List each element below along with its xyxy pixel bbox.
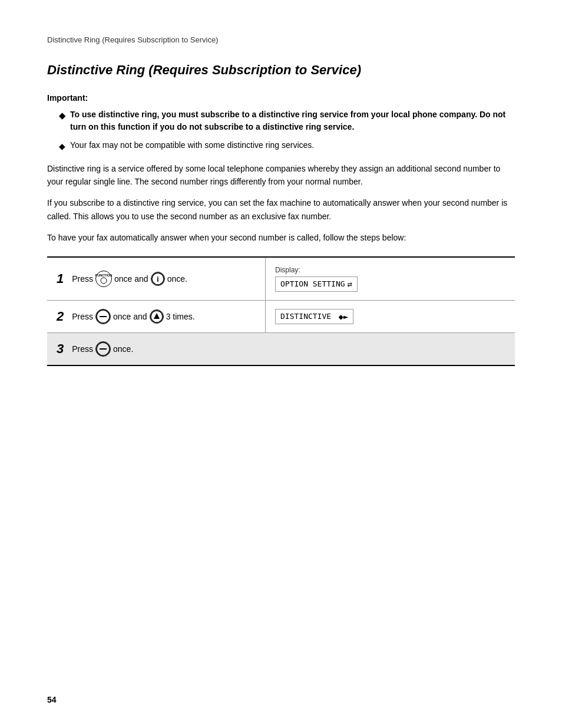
body-paragraph-3: To have your fax automatically answer wh… bbox=[47, 231, 515, 244]
step-3-content: Press once. bbox=[72, 341, 133, 357]
bullet-item-2: ◆ Your fax may not be compatible with so… bbox=[59, 139, 515, 153]
diamond-icon: ◆ bbox=[59, 110, 65, 133]
svg-marker-6 bbox=[154, 313, 160, 319]
step-row-3: 3 Press once. bbox=[47, 333, 515, 365]
important-label: Important: bbox=[47, 93, 515, 103]
step-1-number: 1 bbox=[57, 271, 64, 286]
bullet-item-1: ◆ To use distinctive ring, you must subs… bbox=[59, 108, 515, 133]
step-1-display-label: Display: bbox=[275, 266, 505, 274]
svg-point-0 bbox=[101, 278, 107, 284]
step-2-display-text: DISTINCTIVE bbox=[280, 312, 331, 321]
step-1-display-box: OPTION SETTING ⇄ bbox=[275, 276, 358, 292]
breadcrumb: Distinctive Ring (Requires Subscription … bbox=[47, 35, 515, 44]
step-1-once-label: once. bbox=[167, 274, 187, 284]
step-1-display-arrow: ⇄ bbox=[348, 279, 352, 289]
steps-table: 1 Press FUNCTION once and i once. bbox=[47, 256, 515, 366]
body-paragraph-2: If you subscribe to a distinctive ring s… bbox=[47, 196, 515, 223]
step-2-left: 2 Press once and bbox=[47, 301, 265, 332]
step-1-left: 1 Press FUNCTION once and i once. bbox=[47, 258, 265, 300]
step-2-display-box: DISTINCTIVE ◆► bbox=[275, 309, 353, 324]
step-2-times-label: 3 times. bbox=[166, 312, 195, 321]
step-2-display-arrow: ◆► bbox=[333, 312, 348, 321]
page-container: Distinctive Ring (Requires Subscription … bbox=[0, 0, 562, 401]
step-2-once-and: once and bbox=[113, 312, 147, 321]
step-3-press-label: Press bbox=[72, 344, 93, 354]
step-3-left: 3 Press once. bbox=[47, 333, 515, 365]
diamond-icon-2: ◆ bbox=[59, 140, 65, 153]
step-3-number: 3 bbox=[57, 341, 64, 357]
page-number: 54 bbox=[47, 695, 57, 704]
step-2-content: Press once and 3 times. bbox=[72, 309, 194, 324]
step-row-2: 2 Press once and bbox=[47, 301, 515, 333]
step-1-press-label: Press bbox=[72, 274, 93, 284]
step-1-once-and-1: once and bbox=[114, 274, 148, 284]
body-paragraph-1: Distinctive ring is a service offered by… bbox=[47, 162, 515, 189]
up-button[interactable] bbox=[150, 309, 164, 324]
step-2-number: 2 bbox=[57, 309, 64, 324]
minus-button-2[interactable] bbox=[95, 341, 111, 357]
page-title: Distinctive Ring (Requires Subscription … bbox=[47, 62, 515, 79]
step-2-right: DISTINCTIVE ◆► bbox=[265, 301, 515, 332]
info-button[interactable]: i bbox=[151, 272, 165, 286]
step-1-display-text: OPTION SETTING bbox=[280, 279, 345, 288]
step-row-1: 1 Press FUNCTION once and i once. bbox=[47, 258, 515, 301]
step-1-content: Press FUNCTION once and i once. bbox=[72, 271, 187, 287]
step-3-once-label: once. bbox=[113, 344, 133, 354]
svg-text:i: i bbox=[157, 275, 158, 284]
bullet-section: ◆ To use distinctive ring, you must subs… bbox=[47, 108, 515, 153]
step-1-right: Display: OPTION SETTING ⇄ bbox=[265, 258, 515, 300]
function-button[interactable]: FUNCTION bbox=[95, 271, 112, 287]
step-2-press-label: Press bbox=[72, 312, 93, 321]
minus-button-1[interactable] bbox=[95, 309, 111, 324]
